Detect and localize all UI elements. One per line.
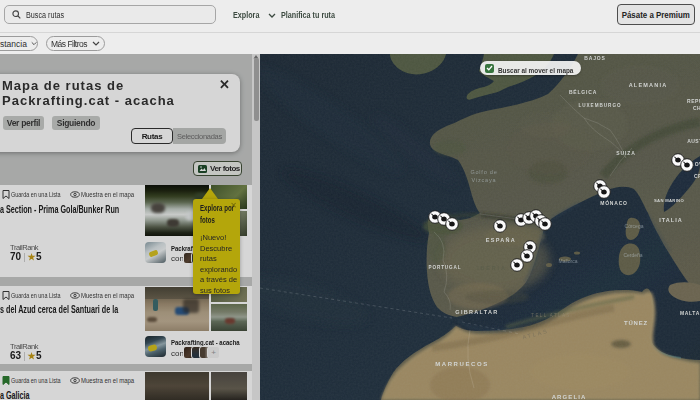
svg-text:MARRUECOS: MARRUECOS xyxy=(435,361,489,367)
svg-text:IBERIA: IBERIA xyxy=(477,265,506,271)
svg-text:BAJOS: BAJOS xyxy=(584,55,606,61)
svg-text:CH: CH xyxy=(693,105,700,111)
svg-text:ALEMANIA: ALEMANIA xyxy=(629,82,668,88)
svg-text:TELL ATLAS: TELL ATLAS xyxy=(531,313,571,318)
svg-text:AUSTR: AUSTR xyxy=(687,138,700,144)
svg-text:SAN MARINO: SAN MARINO xyxy=(654,198,684,203)
svg-text:Vizcaya: Vizcaya xyxy=(472,177,497,183)
svg-text:BÉLGICA: BÉLGICA xyxy=(569,88,597,95)
svg-text:REPÚ: REPÚ xyxy=(687,98,700,104)
svg-text:MALTA: MALTA xyxy=(680,310,700,316)
svg-text:PORTUGAL: PORTUGAL xyxy=(429,265,462,270)
svg-text:Córcega: Córcega xyxy=(625,223,644,229)
svg-text:GIBRALTAR: GIBRALTAR xyxy=(455,309,498,315)
svg-text:LUXEMBURGO: LUXEMBURGO xyxy=(578,103,621,108)
svg-text:SUIZA: SUIZA xyxy=(616,150,636,156)
svg-text:CR: CR xyxy=(694,173,700,179)
svg-text:Mallorca: Mallorca xyxy=(559,258,578,264)
svg-text:MÓNACO: MÓNACO xyxy=(600,199,628,206)
svg-text:ITALIA: ITALIA xyxy=(659,217,682,223)
svg-text:TÚNEZ: TÚNEZ xyxy=(624,320,648,326)
svg-text:ESPAÑA: ESPAÑA xyxy=(486,237,516,243)
svg-text:Cerdeña: Cerdeña xyxy=(623,252,642,258)
svg-text:ARGELIA: ARGELIA xyxy=(552,394,587,400)
svg-text:Golfo de: Golfo de xyxy=(470,169,497,175)
